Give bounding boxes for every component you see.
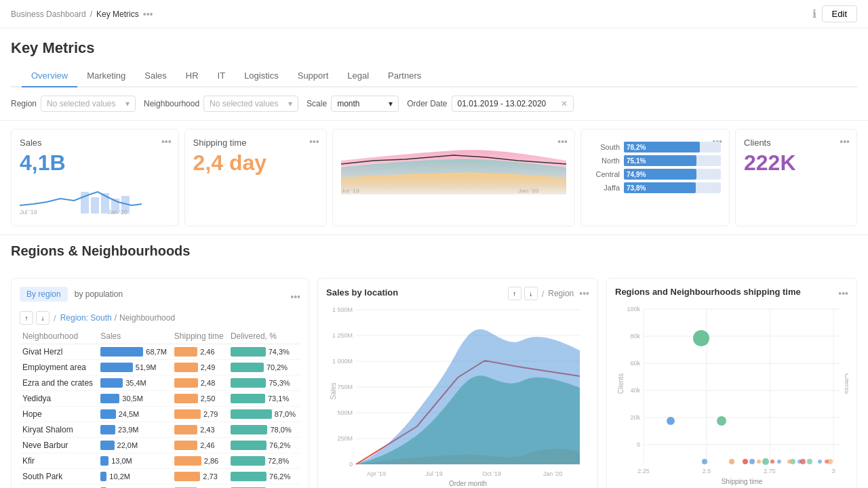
tab-sales[interactable]: Sales	[135, 65, 176, 87]
table-row: Neve Barbur 22,0M 2,46 76,2%	[20, 438, 300, 453]
svg-point-59	[749, 459, 755, 464]
col-delivered: Delivered, %	[228, 329, 300, 344]
sort-controls: ↑ ↓ / Region: South / Neighbourhood	[20, 311, 300, 325]
table-row: South Park 10,2M 2,73 76,2%	[20, 469, 300, 485]
svg-point-63	[729, 459, 734, 464]
shipping-scatter-title: Regions and Neighbourhoods shipping time	[615, 287, 801, 297]
sections-row: By region by population ••• ↑ ↓ / Region…	[0, 267, 868, 488]
col-neighbourhood: Neighbourhood	[20, 329, 98, 344]
svg-text:Apr '19: Apr '19	[367, 470, 386, 477]
regions-section-title: Regions & Neighbourhoods	[11, 243, 857, 259]
sort-desc-button[interactable]: ↓	[36, 311, 50, 325]
delivery-area-card: •••	[332, 129, 575, 226]
scale-chevron-icon: ▾	[389, 99, 393, 108]
tab-overview[interactable]: Overview	[22, 65, 77, 87]
cell-delivered: 70,2%	[228, 360, 300, 375]
scale-select[interactable]: month ▾	[331, 96, 399, 112]
table-row: Kiryat Shalom 23,9M 2,43 78,0%	[20, 422, 300, 438]
scatter-more-menu[interactable]: •••	[838, 288, 848, 299]
breadcrumb-home[interactable]: Business Dashboard	[11, 9, 86, 19]
edit-button[interactable]: Edit	[822, 5, 857, 22]
svg-text:Jan '20: Jan '20	[518, 188, 538, 194]
svg-text:0: 0	[637, 441, 640, 448]
chart-sort-desc[interactable]: ↓	[524, 287, 538, 300]
svg-point-53	[717, 416, 726, 426]
region-bars: South 78,2% North 75,1% Central 74,9% Ja…	[589, 138, 721, 193]
region-bar-bg: 73,8%	[624, 182, 721, 193]
svg-text:60k: 60k	[630, 360, 640, 367]
page-header: Key Metrics Overview Marketing Sales HR …	[0, 28, 868, 87]
svg-text:100k: 100k	[627, 306, 640, 312]
region-bar-row: Jaffa 73,8%	[589, 182, 721, 193]
table-row: Kfir 13,0M 2,86 72,8%	[20, 453, 300, 469]
topbar: Business Dashboard / Key Metrics ••• ℹ E…	[0, 0, 868, 28]
cell-delivered: 87,0%	[228, 407, 300, 422]
sort-asc-button[interactable]: ↑	[20, 311, 33, 325]
breadcrumb-current: Key Metrics	[96, 9, 139, 19]
svg-point-70	[825, 460, 829, 464]
cell-sales: 30,5M	[98, 391, 172, 407]
clients-kpi-menu[interactable]: •••	[840, 136, 850, 147]
svg-point-64	[757, 460, 761, 464]
svg-text:1 250M: 1 250M	[332, 332, 353, 339]
shipping-kpi-menu[interactable]: •••	[309, 136, 319, 147]
svg-text:Clients: Clients	[844, 373, 848, 394]
subtab-by-region[interactable]: By region	[20, 287, 68, 302]
tab-it[interactable]: IT	[208, 65, 235, 87]
tab-partners[interactable]: Partners	[378, 65, 431, 87]
tab-legal[interactable]: Legal	[338, 65, 378, 87]
tab-hr[interactable]: HR	[176, 65, 208, 87]
cell-name: Kiryat Shalom	[20, 422, 98, 438]
svg-point-60	[777, 460, 781, 464]
region-bar-fill: 74,9%	[624, 169, 696, 180]
sales-sparkline: Jul '19 Jan '20	[20, 178, 170, 218]
sales-by-location-chart: 1 500M 1 250M 1 000M 750M 500M 250M 0 Sa…	[326, 303, 589, 488]
delivery-area-menu[interactable]: •••	[557, 136, 568, 147]
cell-shipping: 2,46	[172, 438, 228, 453]
date-clear-icon[interactable]: ✕	[561, 99, 568, 108]
svg-text:Shipping time: Shipping time	[722, 478, 763, 485]
svg-text:1 500M: 1 500M	[332, 306, 353, 313]
table-row: Nir Aviv 9,8M 2,45 73,7%	[20, 485, 300, 489]
chart-sort-controls: ↑ ↓ / Region	[508, 287, 574, 300]
neighbourhood-chevron-icon: ▾	[288, 99, 292, 108]
shipping-kpi-card: ••• Shipping time 2,4 day	[184, 129, 327, 226]
cell-delivered: 76,2%	[228, 438, 300, 453]
more-options-icon[interactable]: •••	[143, 9, 153, 20]
cell-delivered: 76,2%	[228, 469, 300, 485]
tab-logistics[interactable]: Logistics	[235, 65, 288, 87]
breadcrumb: Business Dashboard / Key Metrics •••	[11, 9, 153, 20]
svg-text:Jan '20: Jan '20	[108, 209, 127, 216]
svg-text:500M: 500M	[337, 409, 353, 416]
breadcrumb-sep2: /	[115, 313, 117, 323]
svg-text:Jan '20: Jan '20	[543, 470, 563, 477]
cell-name: Hope	[20, 407, 98, 422]
cell-delivered: 73,7%	[228, 485, 300, 489]
shipping-scatter-card: Regions and Neighbourhoods shipping time…	[606, 278, 857, 488]
sales-kpi-menu[interactable]: •••	[161, 136, 172, 147]
svg-text:Clients: Clients	[617, 373, 625, 394]
table-row: Givat Herzl 68,7M 2,46 74,3%	[20, 344, 300, 360]
region-bar-fill: 73,8%	[624, 182, 696, 193]
cell-name: Nir Aviv	[20, 485, 98, 489]
tab-marketing[interactable]: Marketing	[77, 65, 135, 87]
info-icon[interactable]: ℹ	[812, 7, 816, 20]
svg-point-54	[762, 458, 769, 465]
subtab-by-population[interactable]: by population	[68, 287, 130, 302]
clients-kpi-card: ••• Clients 222K	[735, 129, 857, 226]
chart-more-menu[interactable]: •••	[579, 288, 589, 299]
svg-text:80k: 80k	[630, 333, 640, 340]
neighbourhood-select[interactable]: No selected values ▾	[203, 96, 298, 112]
cell-sales: 68,7M	[98, 344, 172, 360]
region-south-link[interactable]: Region: South	[60, 313, 112, 323]
svg-point-65	[787, 460, 791, 464]
tab-support[interactable]: Support	[288, 65, 338, 87]
clients-kpi-title: Clients	[744, 138, 848, 148]
region-select[interactable]: No selected values ▾	[41, 96, 136, 112]
region-bar-value: 74,9%	[627, 171, 646, 178]
shipping-scatter-chart: 100k 80k 60k 40k 20k 0 2.25 2.5 2.75 3 S…	[615, 302, 848, 488]
table-more-menu[interactable]: •••	[290, 291, 300, 302]
date-select[interactable]: 01.01.2019 - 13.02.2020 ✕	[452, 96, 574, 112]
chart-sort-asc[interactable]: ↑	[508, 287, 521, 300]
svg-rect-1	[91, 197, 99, 214]
